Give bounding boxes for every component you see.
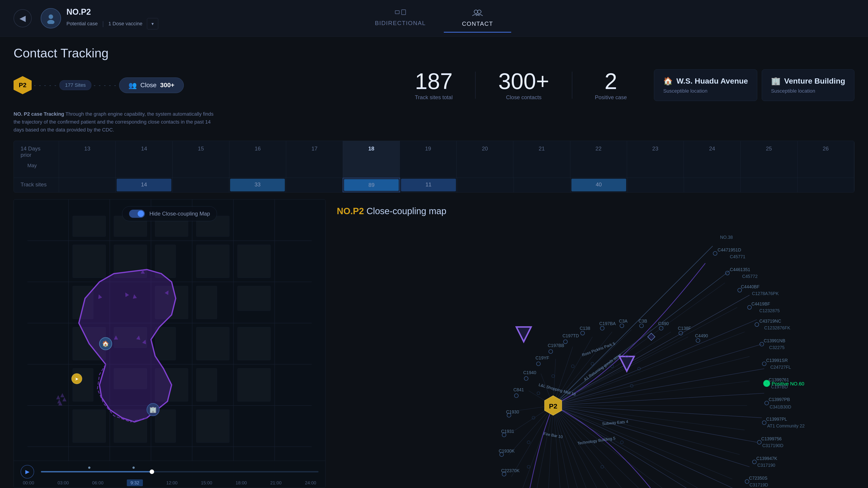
- timeline-section: 14 Days prior May 1314151617181920212223…: [13, 141, 855, 193]
- timeline-date-21[interactable]: 21: [513, 141, 570, 177]
- svg-text:C341B30D: C341B30D: [770, 404, 792, 409]
- toggle-switch[interactable]: [129, 210, 145, 218]
- svg-text:C19YF: C19YF: [535, 355, 549, 360]
- svg-rect-40: [196, 368, 217, 401]
- case-description-bold: NO. P2 case Tracking: [13, 111, 64, 117]
- scrubber-time-6: 18:00: [236, 480, 247, 486]
- positive-case-number: 2: [595, 70, 627, 92]
- home-icon: 🏠: [663, 76, 673, 86]
- scrubber-time-7: 21:00: [270, 480, 282, 486]
- timeline-value-22[interactable]: 40: [570, 178, 627, 192]
- stat-track-sites: 187 Track sites total: [415, 70, 453, 101]
- svg-text:C197BA: C197BA: [599, 321, 616, 326]
- svg-text:C32275: C32275: [769, 345, 785, 350]
- timeline-value-25[interactable]: [741, 178, 798, 192]
- svg-rect-30: [196, 286, 217, 319]
- timeline-value-19[interactable]: 11: [400, 178, 457, 192]
- timeline-date-16[interactable]: 16: [229, 141, 286, 177]
- scrubber-line[interactable]: [41, 471, 318, 473]
- svg-rect-23: [72, 245, 105, 278]
- svg-text:C197BD: C197BD: [771, 384, 788, 389]
- svg-rect-31: [238, 286, 271, 311]
- timeline-date-19[interactable]: 19: [400, 141, 457, 177]
- timeline-date-22[interactable]: 22: [570, 141, 627, 177]
- close-button[interactable]: 👥 Close 300+: [119, 77, 184, 93]
- timeline-value-18[interactable]: 89: [343, 178, 400, 192]
- svg-text:C13997PB: C13997PB: [769, 397, 790, 402]
- graph-patient-label: NO.P2: [337, 206, 364, 216]
- scrubber-time-5: 15:00: [201, 480, 212, 486]
- graph-title-suffix: Close-coupling map: [366, 206, 446, 216]
- location-card-0: 🏠 W.S. Huadu Avenue Susceptible location: [654, 69, 757, 101]
- marker-1: [88, 466, 90, 469]
- svg-text:C43719NC: C43719NC: [759, 318, 781, 323]
- svg-text:C4461351: C4461351: [730, 267, 750, 272]
- timeline-value-17[interactable]: [286, 178, 343, 192]
- timeline-value-14[interactable]: 14: [116, 178, 173, 192]
- svg-text:🏢: 🏢: [149, 406, 157, 413]
- svg-point-1: [47, 20, 55, 24]
- group-icon: 👥: [128, 81, 137, 89]
- timeline-date-23[interactable]: 23: [627, 141, 684, 177]
- stat-divider-1: [475, 72, 475, 99]
- flow-connector: - - - - -: [32, 82, 59, 88]
- timeline-value-21[interactable]: [514, 178, 570, 192]
- play-icon: ▶: [25, 468, 29, 475]
- timeline-value-20[interactable]: [457, 178, 514, 192]
- back-button[interactable]: ◀: [13, 9, 32, 27]
- timeline-date-26[interactable]: 26: [798, 141, 854, 177]
- svg-text:C1278A76PK: C1278A76PK: [752, 291, 779, 296]
- timeline-dates: 1314151617181920212223242526: [59, 141, 854, 177]
- scrubber-bar: ▶ 00:0003:0006:009:3212:0015:0018:0021:0…: [14, 461, 325, 488]
- map-toggle[interactable]: Hide Close-coupling Map: [122, 206, 217, 221]
- timeline-value-26[interactable]: [798, 178, 854, 192]
- scrubber-time-0: 00:00: [23, 480, 34, 486]
- scrubber-time-8: 24:00: [305, 480, 316, 486]
- timeline-value-16[interactable]: 33: [229, 178, 286, 192]
- svg-text:C317190: C317190: [757, 463, 775, 468]
- timeline-value-13[interactable]: [59, 178, 116, 192]
- tab-bidirectional[interactable]: BIDIRECTIONAL: [357, 4, 444, 33]
- month-label: May: [21, 158, 52, 173]
- svg-rect-35: [196, 327, 229, 360]
- svg-text:C1399761: C1399761: [769, 377, 789, 382]
- timeline-date-18[interactable]: 18: [343, 141, 400, 177]
- close-contacts-label: Close contacts: [498, 94, 549, 101]
- timeline-date-25[interactable]: 25: [741, 141, 797, 177]
- svg-text:C841: C841: [513, 387, 524, 392]
- map-svg: 🏠 🏢 ➤: [14, 199, 325, 488]
- svg-text:C1931: C1931: [501, 429, 514, 434]
- timeline-date-20[interactable]: 20: [457, 141, 513, 177]
- timeline-value-24[interactable]: [684, 178, 741, 192]
- tab-contact[interactable]: CONTACT: [444, 4, 511, 33]
- svg-text:C22370K: C22370K: [501, 468, 520, 473]
- svg-rect-41: [238, 368, 271, 401]
- timeline-value-15[interactable]: [173, 178, 229, 192]
- svg-point-4: [474, 10, 478, 13]
- timeline-date-24[interactable]: 24: [684, 141, 741, 177]
- svg-text:🏠: 🏠: [102, 340, 109, 347]
- stat-positive-case: 2 Positive case: [595, 70, 627, 101]
- timeline-date-15[interactable]: 15: [173, 141, 229, 177]
- timeline-value-23[interactable]: [627, 178, 684, 192]
- location-header-1: 🏢 Venture Building: [771, 76, 845, 86]
- svg-text:AT1 Community 22: AT1 Community 22: [767, 423, 805, 428]
- scrubber-track: ▶: [21, 463, 318, 480]
- svg-text:C3A: C3A: [619, 318, 627, 323]
- timeline-data-cells: 1433891140: [59, 178, 854, 192]
- svg-text:C138: C138: [580, 326, 590, 331]
- svg-text:P2: P2: [549, 402, 557, 410]
- svg-text:C139947K: C139947K: [756, 456, 777, 461]
- svg-text:C1232876FK: C1232876FK: [764, 325, 790, 330]
- big-stats: 187 Track sites total 300+ Close contact…: [415, 70, 627, 101]
- svg-text:➤: ➤: [75, 377, 79, 381]
- timeline-date-14[interactable]: 14: [116, 141, 173, 177]
- svg-rect-37: [72, 368, 93, 401]
- svg-rect-3: [401, 10, 405, 15]
- play-button[interactable]: ▶: [21, 465, 34, 479]
- svg-text:C138F: C138F: [678, 326, 691, 331]
- timeline-date-17[interactable]: 17: [286, 141, 343, 177]
- dropdown-button[interactable]: ▾: [147, 18, 158, 29]
- building-icon: 🏢: [771, 76, 780, 86]
- timeline-date-13[interactable]: 13: [59, 141, 116, 177]
